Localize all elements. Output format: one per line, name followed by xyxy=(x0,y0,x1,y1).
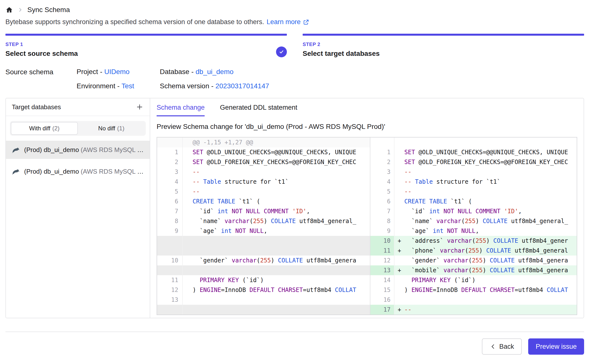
database-environment: (Prod) xyxy=(24,168,42,175)
left-line-number xyxy=(157,265,183,275)
left-line-number: 6 xyxy=(157,197,183,206)
right-line-number: 7 xyxy=(370,206,394,216)
left-code: `id` int NOT NULL COMMENT 'ID', xyxy=(193,206,370,216)
tab-generated-ddl[interactable]: Generated DDL statement xyxy=(220,104,297,116)
left-line-number xyxy=(157,246,183,256)
tab-no-diff[interactable]: No diff (1) xyxy=(78,122,145,135)
hunk-header-text: @@ -1,15 +1,27 @@ xyxy=(193,137,370,147)
diff-context-row: 3--3-- xyxy=(157,167,577,177)
preview-issue-button[interactable]: Preview issue xyxy=(528,338,584,355)
step-2-title: Select target databases xyxy=(303,50,584,58)
step-1-title: Select source schema xyxy=(5,50,287,58)
right-code: `name` varchar(255) COLLATE utf8mb4_gene… xyxy=(404,216,577,226)
mysql-dolphin-icon xyxy=(12,168,21,175)
right-line-number: 11 xyxy=(370,246,394,256)
right-line-number: 4 xyxy=(370,177,394,187)
source-schema-fields: Project-UIDemo Database-db_ui_demo Envir… xyxy=(77,68,269,90)
preview-tabs: Schema change Generated DDL statement xyxy=(157,104,577,116)
left-code: -- xyxy=(193,167,370,177)
field-database: Database-db_ui_demo xyxy=(160,68,269,76)
diff-context-row: 7 `id` int NOT NULL COMMENT 'ID',7 `id` … xyxy=(157,206,577,216)
step-1-progress-bar xyxy=(5,34,287,36)
project-link[interactable]: UIDemo xyxy=(104,68,130,76)
database-list-item[interactable]: (Prod) db_ui_demo (AWS RDS MySQL Prod) xyxy=(6,162,150,181)
diff-added-row: 11+ `phone` varchar(255) COLLATE utf8mb4… xyxy=(157,246,577,256)
right-code: -- xyxy=(404,305,577,315)
right-code: `phone` varchar(255) COLLATE utf8mb4_gen… xyxy=(404,246,577,256)
diff-marker-right xyxy=(394,167,404,177)
step-1-source-schema[interactable]: STEP 1 Select source schema xyxy=(5,34,287,58)
diff-marker-left xyxy=(183,256,193,265)
diff-marker-left xyxy=(183,157,193,167)
left-line-number xyxy=(157,137,183,147)
back-button[interactable]: Back xyxy=(482,338,522,355)
diff-marker-left xyxy=(183,137,193,147)
right-code: ) ENGINE=InnoDB DEFAULT CHARSET=utf8mb4 … xyxy=(404,285,577,295)
left-code xyxy=(193,295,370,305)
diff-added-row: 10+ `address` varchar(255) COLLATE utf8m… xyxy=(157,236,577,246)
left-line-number: 12 xyxy=(157,285,183,295)
intro: Bytebase supports synchronizing a specif… xyxy=(5,18,584,26)
left-code: CREATE TABLE `t1` ( xyxy=(193,197,370,206)
mysql-dolphin-icon xyxy=(12,146,21,153)
left-code: `gender` varchar(255) COLLATE utf8mb4_ge… xyxy=(193,256,370,265)
diff-marker-right xyxy=(394,206,404,216)
footer-actions: Back Preview issue xyxy=(5,332,584,355)
right-code xyxy=(404,295,577,305)
right-code: `address` varchar(255) COLLATE utf8mb4_g… xyxy=(404,236,577,246)
right-code xyxy=(404,137,577,147)
left-line-number xyxy=(157,305,183,315)
left-line-number: 11 xyxy=(157,275,183,285)
right-line-number: 1 xyxy=(370,147,394,157)
diff-marker-right xyxy=(394,177,404,187)
wizard-steps: STEP 1 Select source schema STEP 2 Selec… xyxy=(5,34,584,58)
right-code: CREATE TABLE `t1` ( xyxy=(404,197,577,206)
field-label: Schema version xyxy=(160,82,209,90)
step-2-target-databases[interactable]: STEP 2 Select target databases xyxy=(303,34,584,58)
field-label: Database xyxy=(160,68,189,76)
home-icon[interactable] xyxy=(5,6,13,14)
diff-marker-right xyxy=(394,285,404,295)
left-code: SET @OLD_FOREIGN_KEY_CHECKS=@@FOREIGN_KE… xyxy=(193,157,370,167)
learn-more-link[interactable]: Learn more xyxy=(267,18,309,26)
diff-marker-left xyxy=(183,147,193,157)
external-link-icon xyxy=(303,19,309,25)
page-title: Sync Schema xyxy=(27,6,70,14)
left-line-number xyxy=(157,236,183,246)
diff-marker-right xyxy=(394,295,404,305)
right-code: `id` int NOT NULL COMMENT 'ID', xyxy=(404,206,577,216)
diff-marker-right xyxy=(394,157,404,167)
step-2-progress-bar xyxy=(303,34,584,36)
right-code: PRIMARY KEY (`id`) xyxy=(404,275,577,285)
left-line-number: 8 xyxy=(157,216,183,226)
left-line-number: 7 xyxy=(157,206,183,216)
environment-link[interactable]: Test xyxy=(122,82,134,90)
diff-marker-right xyxy=(394,226,404,236)
left-code: -- xyxy=(193,187,370,197)
right-line-number: 6 xyxy=(370,197,394,206)
database-link[interactable]: db_ui_demo xyxy=(196,68,233,76)
sync-schema-page: Sync Schema Bytebase supports synchroniz… xyxy=(0,0,590,355)
diff-context-row: 9 `age` int NOT NULL,9 `age` int NOT NUL… xyxy=(157,226,577,236)
diff-marker-right xyxy=(394,147,404,157)
diff-marker-left xyxy=(183,265,193,275)
add-target-database-button[interactable] xyxy=(134,101,145,113)
diff-context-row: 12) ENGINE=InnoDB DEFAULT CHARSET=utf8mb… xyxy=(157,285,577,295)
right-code: -- Table structure for `t1` xyxy=(404,177,577,187)
right-line-number: 15 xyxy=(370,285,394,295)
database-list-item[interactable]: (Prod) db_ui_demo (AWS RDS MySQL Prod) xyxy=(6,141,150,159)
right-line-number: 16 xyxy=(370,295,394,305)
diff-marker-right xyxy=(394,256,404,265)
diff-marker-left xyxy=(183,197,193,206)
tab-with-diff[interactable]: With diff (2) xyxy=(11,122,78,135)
diff-context-row: 1SET @OLD_UNIQUE_CHECKS=@@UNIQUE_CHECKS,… xyxy=(157,147,577,157)
diff-context-row: 2SET @OLD_FOREIGN_KEY_CHECKS=@@FOREIGN_K… xyxy=(157,157,577,167)
right-code: `age` int NOT NULL, xyxy=(404,226,577,236)
left-code: `name` varchar(255) COLLATE utf8mb4_gene… xyxy=(193,216,370,226)
intro-text: Bytebase supports synchronizing a specif… xyxy=(5,18,264,26)
tab-schema-change[interactable]: Schema change xyxy=(157,104,205,116)
database-item-label: (Prod) db_ui_demo (AWS RDS MySQL Prod) xyxy=(24,146,144,154)
schema-version-link[interactable]: 20230317014147 xyxy=(215,82,269,90)
with-diff-count: (2) xyxy=(52,125,59,132)
diff-marker-left xyxy=(183,167,193,177)
